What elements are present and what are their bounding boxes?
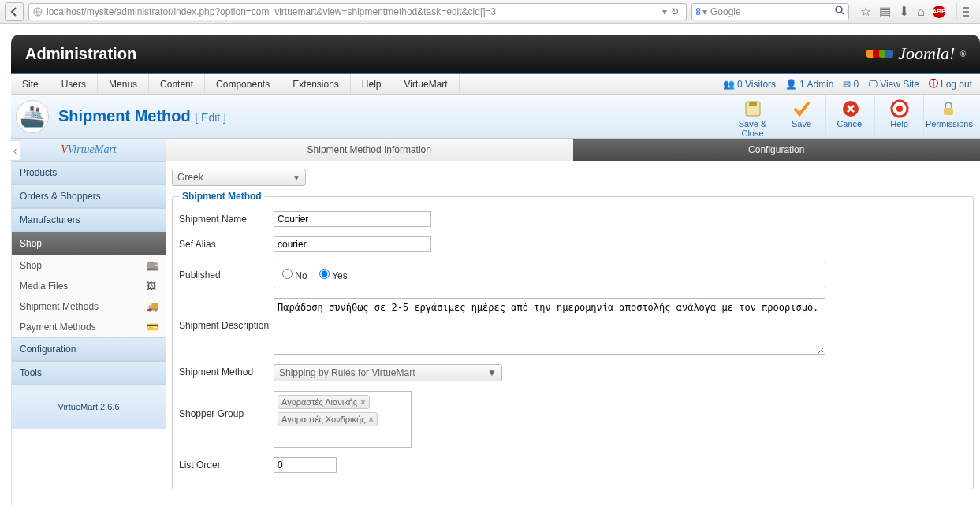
sidebar-section-configuration[interactable]: Configuration xyxy=(12,337,166,361)
main-area: VVirtueMart Products Orders & Shoppers M… xyxy=(11,139,980,505)
search-dropdown-icon[interactable]: ▾ xyxy=(702,6,707,17)
shipment-name-input[interactable] xyxy=(274,211,431,227)
admin-count[interactable]: 👤1 Admin xyxy=(785,79,833,90)
adblock-icon[interactable]: ABP xyxy=(933,6,945,18)
label-group: Shopper Group xyxy=(179,391,274,419)
shopper-group-tag: Αγοραστές Χονδρικής× xyxy=(278,412,378,426)
label-desc: Shipment Description xyxy=(179,298,274,331)
card-icon: 💳 xyxy=(147,322,158,333)
sidebar-item-shipment[interactable]: Shipment Methods🚚 xyxy=(12,296,166,317)
sidebar-section-tools[interactable]: Tools xyxy=(12,361,166,385)
page-title: Shipment Method [ Edit ] xyxy=(58,107,226,125)
sidebar-section-shop[interactable]: Shop xyxy=(12,232,166,255)
permissions-button[interactable]: Permissions xyxy=(923,95,972,138)
published-yes-option[interactable]: Yes xyxy=(319,270,348,281)
view-site-link[interactable]: 🖵View Site xyxy=(868,79,919,90)
menu-extensions[interactable]: Extensions xyxy=(281,74,351,94)
admin-icon: 👤 xyxy=(785,79,797,90)
published-no-option[interactable]: No xyxy=(282,270,307,281)
google-g-icon: 8 xyxy=(695,6,701,17)
virtuemart-version: VirtueMart 2.6.6 xyxy=(12,385,166,429)
label-order: List Order xyxy=(179,457,274,471)
search-icon[interactable] xyxy=(834,5,845,18)
svg-point-1 xyxy=(836,6,842,13)
sidebar-item-media[interactable]: Media Files🖼 xyxy=(12,276,166,296)
caret-down-icon: ▼ xyxy=(293,173,300,182)
main-menu: Site Users Menus Content Components Exte… xyxy=(11,73,980,95)
joomla-logo-text: Joomla! xyxy=(898,43,955,64)
help-icon xyxy=(877,99,922,119)
reload-icon[interactable]: ↻ xyxy=(667,6,683,17)
tab-config[interactable]: Configuration xyxy=(573,139,981,161)
shopper-group-tag: Αγοραστές Λιανικής× xyxy=(278,395,370,409)
hamburger-menu-icon[interactable] xyxy=(956,3,969,20)
svg-rect-7 xyxy=(944,108,953,115)
menu-menus[interactable]: Menus xyxy=(98,74,149,94)
browser-back-button[interactable] xyxy=(5,2,24,21)
language-select-value: Greek xyxy=(177,172,203,183)
fieldset-legend: Shipment Method xyxy=(179,191,265,202)
shop-icon: 🏬 xyxy=(147,260,158,271)
help-button[interactable]: Help xyxy=(874,95,923,138)
messages-count[interactable]: ✉0 xyxy=(843,79,859,90)
svg-rect-3 xyxy=(749,102,757,106)
tabs: Shipment Method Information Configuratio… xyxy=(166,139,980,161)
sidebar-item-payment[interactable]: Payment Methods💳 xyxy=(12,317,166,337)
url-bar[interactable]: localhost/mysite/administrator/index.php… xyxy=(28,3,687,20)
label-name: Shipment Name xyxy=(179,211,274,225)
sidebar-item-shop[interactable]: Shop🏬 xyxy=(12,255,166,276)
published-yes-radio[interactable] xyxy=(319,269,330,279)
menu-site[interactable]: Site xyxy=(11,74,50,94)
toolbar: Save & Close Save Cancel Help Permission… xyxy=(728,95,972,138)
tag-remove-icon[interactable]: × xyxy=(368,415,373,424)
lock-icon xyxy=(926,99,971,119)
shopper-group-input[interactable] xyxy=(278,430,408,444)
view-site-icon: 🖵 xyxy=(868,79,878,90)
shipment-fieldset: Shipment Method Shipment Name Sef Alias … xyxy=(172,191,974,489)
menu-help[interactable]: Help xyxy=(351,74,393,94)
list-order-input[interactable] xyxy=(274,457,337,473)
sidebar-section-manufacturers[interactable]: Manufacturers xyxy=(12,208,166,232)
sef-alias-input[interactable] xyxy=(274,236,431,252)
save-button[interactable]: Save xyxy=(777,95,825,138)
joomla-logo: Joomla! ® xyxy=(868,43,966,64)
admin-title: Administration xyxy=(25,45,136,63)
published-no-radio[interactable] xyxy=(282,269,293,279)
visitors-icon: 👥 xyxy=(723,79,735,90)
sidebar-section-products[interactable]: Products xyxy=(12,161,166,184)
star-icon[interactable]: ☆ xyxy=(860,4,871,19)
shopper-group-tagbox[interactable]: Αγοραστές Λιανικής× Αγοραστές Χονδρικής× xyxy=(274,391,412,448)
sidebar-section-orders[interactable]: Orders & Shoppers xyxy=(12,184,166,208)
admin-header: Administration Joomla! ® xyxy=(11,35,980,73)
menu-virtuemart[interactable]: VirtueMart xyxy=(393,74,460,94)
cancel-button[interactable]: Cancel xyxy=(825,95,874,138)
menu-content[interactable]: Content xyxy=(149,74,205,94)
home-icon[interactable]: ⌂ xyxy=(917,5,925,19)
virtuemart-brand: VVirtueMart xyxy=(12,139,166,161)
status-bar: 👥0 Visitors 👤1 Admin ✉0 🖵View Site ⓘLog … xyxy=(715,74,980,94)
tab-info[interactable]: Shipment Method Information xyxy=(166,139,573,161)
logout-link[interactable]: ⓘLog out xyxy=(929,77,972,91)
shipment-description-textarea[interactable] xyxy=(274,298,825,355)
download-icon[interactable]: ⬇ xyxy=(899,4,909,19)
shipment-method-value: Shipping by Rules for VirtueMart xyxy=(279,367,415,378)
globe-icon xyxy=(32,6,43,17)
title-bar: 🚢 Shipment Method [ Edit ] Save & Close … xyxy=(11,95,980,139)
browser-search-box[interactable]: 8 ▾ Google xyxy=(691,3,849,20)
sidebar: VVirtueMart Products Orders & Shoppers M… xyxy=(11,139,166,505)
reading-list-icon[interactable]: ▤ xyxy=(879,4,891,19)
logout-icon: ⓘ xyxy=(929,77,938,91)
language-select[interactable]: Greek ▼ xyxy=(172,169,306,186)
shipment-method-select[interactable]: Shipping by Rules for VirtueMart ▼ xyxy=(274,364,502,381)
visitors-count[interactable]: 👥0 Visitors xyxy=(723,79,776,90)
save-close-button[interactable]: Save & Close xyxy=(728,95,777,138)
save-close-icon xyxy=(730,99,775,119)
mail-icon: ✉ xyxy=(843,79,851,90)
menu-users[interactable]: Users xyxy=(50,74,98,94)
tag-remove-icon[interactable]: × xyxy=(360,397,365,407)
label-published: Published xyxy=(179,262,274,281)
sidebar-shop-sublist: Shop🏬 Media Files🖼 Shipment Methods🚚 Pay… xyxy=(12,255,166,337)
svg-point-6 xyxy=(896,106,903,112)
menu-components[interactable]: Components xyxy=(205,74,281,94)
published-group: No Yes xyxy=(274,262,825,288)
